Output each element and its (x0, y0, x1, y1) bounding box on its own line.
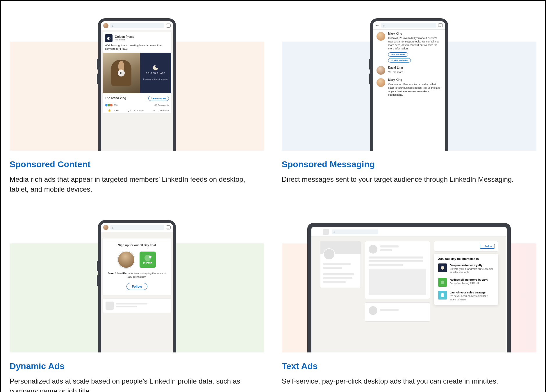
image-placeholder (369, 269, 426, 295)
ad-subtitle: Elevate your brand with our customer sat… (450, 268, 494, 274)
avatar-icon (103, 23, 108, 28)
company-name[interactable]: Golden Phase (115, 35, 134, 38)
feed-post-placeholder (365, 302, 430, 322)
messaging-icon[interactable] (166, 225, 171, 229)
love-reaction-icon (110, 104, 113, 107)
text-ad[interactable]: Deepen customer loyalty Elevate your bra… (438, 263, 494, 274)
promoted-label: Promoted (115, 38, 134, 41)
illustration: ⌕ Sign up for our 30 Day Trial FLEXIS (10, 214, 264, 352)
message: David Linn Tell me more (377, 66, 442, 75)
company-logo: FLEXIS (140, 252, 156, 268)
placeholder-line (116, 303, 147, 304)
text-ad[interactable]: Reduce billing errors by 25% So we're of… (438, 278, 494, 287)
search-input[interactable]: ⌕ (110, 225, 164, 230)
topbar: ← ⌕ (373, 21, 445, 30)
ad-title: Deepen customer loyalty (450, 263, 494, 267)
comments-count[interactable]: 87 Comments (154, 104, 169, 106)
comment-button[interactable]: 💬 Comment (125, 109, 144, 112)
ad-subtitle: So we're offering 25% off (450, 282, 488, 285)
card-title[interactable]: Sponsored Messaging (282, 159, 536, 169)
card-title[interactable]: Sponsored Content (10, 159, 264, 169)
play-icon[interactable] (118, 70, 125, 76)
learn-more-button[interactable]: Learn more (148, 96, 169, 101)
ad-format-grid: ⌕ ◐ Golden Phase Promoted Watch our guid… (10, 13, 536, 392)
plus-icon: + (482, 245, 484, 248)
messaging-icon[interactable] (166, 24, 171, 28)
share-button[interactable]: ↪ Comment (150, 109, 169, 112)
avatar-icon (377, 32, 385, 41)
illustration: ← ⌕ Mary King Hi David, I'd love to tell… (282, 13, 536, 151)
card-title[interactable]: Text Ads (282, 361, 536, 371)
moon-icon (153, 65, 158, 70)
message-text: Hi David, I'd love to tell you about Ous… (388, 36, 442, 51)
tablet-screen: ⌕ (311, 227, 507, 352)
topbar: ⌕ (311, 227, 507, 236)
message-text: Tell me more (388, 70, 403, 74)
avatar-placeholder (323, 248, 335, 260)
brand-panel: GOLDEN PHASE Become a brand master (140, 53, 171, 93)
card-description: Personalized ads at scale based on peopl… (10, 376, 264, 392)
ad-icon (438, 291, 447, 300)
follow-button[interactable]: +Follow (480, 244, 495, 249)
card-description: Self-service, pay-per-click desktop ads … (282, 376, 536, 386)
ad-icon (438, 263, 447, 272)
reactions[interactable]: 756 (105, 104, 117, 107)
right-rail: +Follow Ads You May Be Interested In Dee… (434, 241, 498, 322)
search-input[interactable]: ⌕ (381, 23, 436, 28)
avatar-placeholder (369, 306, 377, 315)
brand-label: GOLDEN PHASE (146, 72, 165, 74)
placeholder-line (380, 249, 392, 251)
avatar-placeholder (369, 245, 377, 254)
phone-screen: ⌕ ◐ Golden Phase Promoted Watch our guid… (101, 21, 173, 151)
video-thumbnail[interactable] (103, 53, 140, 93)
placeholder-line (369, 256, 423, 259)
card-sponsored-messaging: ← ⌕ Mary King Hi David, I'd love to tell… (282, 13, 536, 194)
card-sponsored-content: ⌕ ◐ Golden Phase Promoted Watch our guid… (10, 13, 264, 194)
tell-me-more-button[interactable]: Tell me more (388, 52, 408, 57)
logo-text: FLEXIS (143, 262, 152, 265)
placeholder-line (323, 277, 352, 279)
feed-post: ◐ Golden Phase Promoted Watch our guide … (103, 32, 171, 113)
illustration: ⌕ (282, 214, 536, 352)
topbar: ⌕ (101, 223, 173, 232)
placeholder-line (323, 273, 354, 275)
placeholder-avatar (106, 302, 114, 310)
message: Mary King Hi David, I'd love to tell you… (377, 32, 442, 63)
follow-button[interactable]: Follow (126, 283, 148, 290)
ghost-card (103, 299, 171, 313)
placeholder-line (380, 245, 399, 247)
ad-subtitle: It's never been easier to find B2B sales… (450, 295, 494, 301)
card-title[interactable]: Dynamic Ads (10, 361, 264, 371)
feed-post-placeholder (365, 241, 430, 299)
avatar-icon (377, 66, 385, 75)
ad-headline: Sign up for our 30 Day Trial (107, 244, 167, 247)
placeholder-line (369, 260, 423, 262)
ad-title: Launch your sales strategy (450, 291, 494, 294)
sender-name[interactable]: Mary King (388, 32, 442, 35)
follow-box: +Follow (434, 241, 498, 252)
ads-panel-heading: Ads You May Be Interested In (438, 257, 494, 261)
search-input[interactable]: ⌕ (332, 229, 378, 234)
company-logo-icon: ◐ (105, 34, 113, 42)
card-text-ads: ⌕ (282, 214, 536, 392)
ad-icon (438, 278, 447, 287)
placeholder-line (380, 309, 399, 311)
avatar-icon (103, 225, 108, 230)
placeholder-line (323, 263, 351, 265)
sender-name[interactable]: Mary King (388, 78, 442, 81)
brand-caption: Become a brand master (143, 78, 168, 81)
message: Mary King Oustia now offers a suite or p… (377, 78, 442, 97)
messaging-icon[interactable] (438, 23, 443, 27)
phone-mock: ← ⌕ Mary King Hi David, I'd love to tell… (370, 18, 448, 151)
card-dynamic-ads: ⌕ Sign up for our 30 Day Trial FLEXIS (10, 214, 264, 392)
phone-mock: ⌕ Sign up for our 30 Day Trial FLEXIS (98, 220, 176, 352)
text-ad[interactable]: Launch your sales strategy It's never be… (438, 291, 494, 301)
like-button[interactable]: 👍 Like (105, 109, 119, 112)
visit-website-button[interactable]: Visit website (388, 58, 411, 63)
sender-name[interactable]: David Linn (388, 66, 403, 69)
card-description: Media-rich ads that appear in targeted m… (10, 174, 264, 194)
post-media[interactable]: GOLDEN PHASE Become a brand master (103, 53, 171, 93)
back-arrow-icon[interactable]: ← (375, 23, 379, 28)
vlog-title: The brand Vlog (105, 97, 126, 100)
search-input[interactable]: ⌕ (110, 23, 164, 28)
